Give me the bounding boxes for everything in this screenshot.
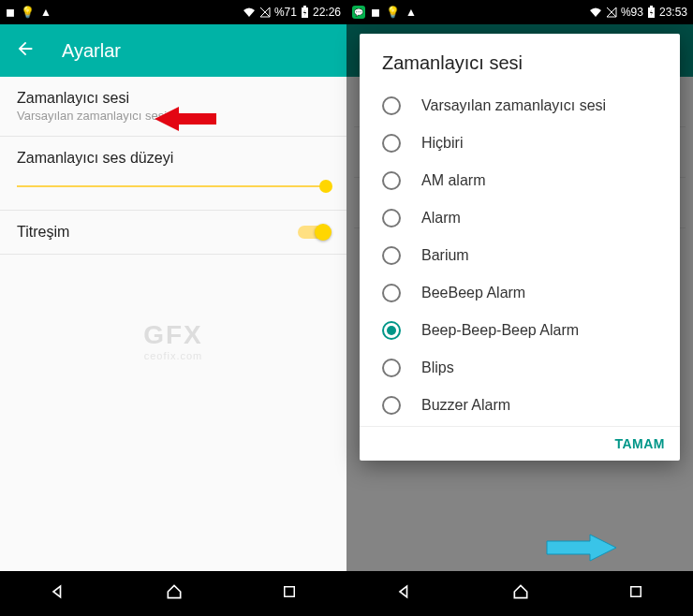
page-title: Ayarlar xyxy=(62,40,121,62)
sound-option-label: Hiçbiri xyxy=(421,135,463,152)
sound-option[interactable]: Barium xyxy=(369,237,671,274)
sound-option[interactable]: Alarm xyxy=(369,199,671,237)
setting-title: Titreşim xyxy=(17,224,330,241)
sound-options-list: Varsayılan zamanlayıcı sesiHiçbiriAM ala… xyxy=(360,81,680,426)
dialog-scrim[interactable]: Zamanlayıcı sesi Varsayılan zamanlayıcı … xyxy=(346,24,693,571)
sound-option-label: Varsayılan zamanlayıcı sesi xyxy=(421,97,606,114)
setting-title: Zamanlayıcı ses düzeyi xyxy=(17,150,330,167)
sound-option[interactable]: Hiçbiri xyxy=(369,125,671,162)
warning-icon: ▲ xyxy=(405,6,417,19)
clock-time: 23:53 xyxy=(659,6,687,19)
battery-charging-icon xyxy=(647,6,656,19)
sound-option[interactable]: Buzzer Alarm xyxy=(369,387,671,424)
setting-timer-volume[interactable]: Zamanlayıcı ses düzeyi xyxy=(0,137,346,211)
clock-time: 22:26 xyxy=(313,6,341,19)
sound-option[interactable]: BeeBeep Alarm xyxy=(369,274,671,312)
nav-back-icon[interactable] xyxy=(395,582,414,605)
sound-option[interactable]: Beep-Beep-Beep Alarm xyxy=(369,312,671,349)
warning-icon: ▲ xyxy=(40,6,52,19)
sound-option[interactable]: Blips xyxy=(369,349,671,387)
nav-back-icon[interactable] xyxy=(49,582,67,605)
navigation-bar xyxy=(346,571,693,616)
sound-option-label: Alarm xyxy=(421,210,461,227)
navigation-bar xyxy=(0,571,346,616)
back-icon[interactable] xyxy=(15,38,36,63)
svg-rect-7 xyxy=(650,6,653,7)
sound-option[interactable]: AM alarm xyxy=(369,162,671,199)
sound-option-label: AM alarm xyxy=(421,172,485,189)
volume-slider[interactable] xyxy=(17,167,330,197)
vibration-switch[interactable] xyxy=(298,223,330,242)
nav-home-icon[interactable] xyxy=(511,582,530,605)
bulb-icon: 💡 xyxy=(386,6,400,19)
nav-home-icon[interactable] xyxy=(165,582,184,605)
setting-timer-sound[interactable]: Zamanlayıcı sesi Varsayılan zamanlayıcı … xyxy=(0,77,346,137)
sound-option[interactable]: Varsayılan zamanlayıcı sesi xyxy=(369,87,671,125)
watermark: GFX ceofix.com xyxy=(143,320,203,361)
sound-option-label: Blips xyxy=(421,359,454,376)
radio-icon xyxy=(382,246,401,265)
sound-option-label: Beep-Beep-Beep Alarm xyxy=(421,322,579,339)
radio-icon xyxy=(382,134,401,153)
wifi-icon xyxy=(589,7,602,18)
app-bar: Ayarlar xyxy=(0,24,346,77)
settings-list: Zamanlayıcı sesi Varsayılan zamanlayıcı … xyxy=(0,77,346,571)
battery-percent: %71 xyxy=(274,6,297,19)
radio-icon xyxy=(382,321,401,340)
status-bar: ◼ 💡 ▲ %71 22:26 xyxy=(0,0,346,24)
ok-button[interactable]: TAMAM xyxy=(614,436,665,451)
sound-option-label: BeeBeep Alarm xyxy=(421,285,525,301)
sound-option-label: Buzzer Alarm xyxy=(421,397,510,414)
radio-icon xyxy=(382,209,401,227)
radio-icon xyxy=(382,171,401,190)
svg-rect-3 xyxy=(285,587,295,597)
nav-recent-icon[interactable] xyxy=(627,583,644,604)
svg-rect-2 xyxy=(303,6,306,7)
battery-charging-icon xyxy=(301,6,309,19)
radio-icon xyxy=(382,396,401,415)
wifi-icon xyxy=(243,7,256,18)
setting-subtitle: Varsayılan zamanlayıcı sesi xyxy=(17,109,330,123)
sound-option-label: Barium xyxy=(421,247,469,264)
phone-left: ◼ 💡 ▲ %71 22:26 xyxy=(0,0,346,616)
radio-icon xyxy=(382,96,401,115)
status-bar: 💬 ◼ 💡 ▲ %93 23:53 xyxy=(346,0,693,24)
sound-picker-dialog: Zamanlayıcı sesi Varsayılan zamanlayıcı … xyxy=(360,34,680,461)
nav-recent-icon[interactable] xyxy=(281,583,298,604)
svg-rect-8 xyxy=(631,587,641,597)
battery-percent: %93 xyxy=(621,6,643,19)
radio-icon xyxy=(382,359,401,377)
setting-title: Zamanlayıcı sesi xyxy=(17,90,330,107)
dialog-title: Zamanlayıcı sesi xyxy=(360,34,680,81)
bulb-icon: 💡 xyxy=(21,6,35,19)
setting-vibration[interactable]: Titreşim xyxy=(0,211,346,255)
no-signal-icon xyxy=(606,7,617,18)
phone-right: 💬 ◼ 💡 ▲ %93 23:53 Z Z xyxy=(346,0,693,616)
notification-icon: ◼ xyxy=(371,6,380,19)
no-signal-icon xyxy=(259,7,271,18)
line-app-icon: 💬 xyxy=(352,6,365,19)
notification-icon: ◼ xyxy=(6,6,15,19)
radio-icon xyxy=(382,284,401,302)
